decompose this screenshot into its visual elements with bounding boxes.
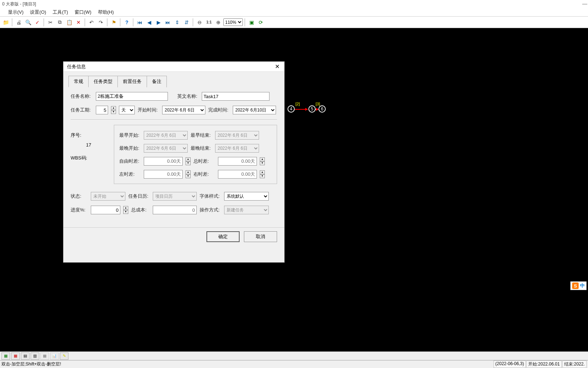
es-select[interactable]: 2022年 6月 6日 [144, 131, 188, 140]
menu-item-tools[interactable]: 工具(T) [53, 9, 68, 16]
close-icon[interactable]: ✕ [273, 63, 281, 70]
view4-icon[interactable]: ▥ [31, 352, 39, 360]
lf-select[interactable]: 2022年 6月 6日 [215, 144, 259, 153]
expand-icon[interactable]: ⇵ [182, 18, 191, 27]
status-select[interactable]: 未开始 [91, 192, 125, 201]
lbl-ef: 最早结束: [191, 132, 212, 139]
lslack-spinner[interactable]: ▲▼ [186, 170, 191, 178]
ime-indicator[interactable]: S 中 [570, 281, 587, 290]
cal-select[interactable]: 项目日历 [153, 192, 197, 201]
minimize-icon[interactable]: — [582, 1, 587, 6]
dialog-tabs: 常规 任务类型 前置任务 备注 [63, 72, 284, 87]
duration-spinner[interactable]: ▲▼ [111, 106, 116, 114]
bottom-toolbar: ▦ ▦ ▤ ▥ ▦ 📊 ✎ [0, 351, 588, 360]
tab-notes[interactable]: 备注 [147, 76, 167, 87]
lbl-op: 操作方式: [200, 207, 221, 213]
first-icon[interactable]: ⏮ [135, 18, 144, 27]
app-title: 0 大赛版 - [项目3] [2, 1, 36, 7]
ime-lang: 中 [580, 282, 585, 289]
lbl-ls: 最晚开始: [119, 145, 141, 152]
lbl-end: 完成时间: [208, 107, 230, 113]
highlight-icon[interactable]: ✎ [60, 352, 68, 360]
ff-spinner[interactable]: ▲▼ [186, 157, 191, 165]
undo-icon[interactable]: ↶ [87, 18, 96, 27]
prev-icon[interactable]: ◀ [145, 18, 153, 27]
duration-input[interactable] [96, 106, 108, 114]
open-icon[interactable]: 📁 [1, 18, 10, 27]
zoom-fit-icon[interactable]: 1:1 [205, 18, 213, 27]
lbl-ff: 自由时差: [119, 158, 141, 165]
zoom-select[interactable]: 110% [223, 18, 243, 26]
end-date-select[interactable]: 2022年 6月10日 [233, 106, 276, 114]
tf-spinner[interactable]: ▲▼ [260, 157, 265, 165]
next-icon[interactable]: ▶ [154, 18, 163, 27]
redo-icon[interactable]: ↷ [97, 18, 105, 27]
tab-type[interactable]: 任务类型 [89, 76, 118, 87]
refresh-icon[interactable]: ⟳ [257, 18, 265, 27]
help-icon[interactable]: ? [122, 18, 131, 27]
lbl-font: 字体样式: [200, 193, 221, 200]
lbl-start: 开始时间: [138, 107, 159, 113]
check-icon[interactable]: ✓ [33, 18, 42, 27]
cancel-button[interactable]: 取消 [244, 231, 277, 242]
print-icon[interactable]: 🖨 [14, 18, 23, 27]
node-4[interactable]: 4 [288, 105, 295, 113]
tab-predecessor[interactable]: 前置任务 [118, 76, 147, 87]
toolbar: 📁 🖨 🔍 ✓ ✂ ⧉ 📋 ✕ ↶ ↷ ⚑ ? ⏮ ◀ ▶ ⏭ ⇕ ⇵ ⊖ 1:… [0, 17, 588, 28]
title-bar: 0 大赛版 - [项目3] — [0, 0, 588, 8]
lbl-seq: 序号: [71, 132, 107, 139]
ff-input [144, 157, 183, 166]
screen-icon[interactable]: ▣ [247, 18, 256, 27]
cut-icon[interactable]: ✂ [46, 18, 55, 27]
ls-select[interactable]: 2022年 6月 6日 [144, 144, 188, 153]
lbl-rslack: 右时差: [193, 171, 215, 178]
copy-icon[interactable]: ⧉ [55, 18, 64, 27]
dialog-title: 任务信息 [67, 63, 86, 70]
view1-icon[interactable]: ▦ [1, 352, 10, 360]
start-date-select[interactable]: 2022年 6月 6日 [162, 106, 205, 114]
lbl-lf: 最晚结束: [191, 145, 212, 152]
task-name-input[interactable] [96, 92, 168, 101]
flag-icon[interactable]: ⚑ [110, 18, 118, 27]
preview-icon[interactable]: 🔍 [24, 18, 32, 27]
last-icon[interactable]: ⏭ [164, 18, 172, 27]
dialog-title-bar[interactable]: 任务信息 ✕ [63, 62, 284, 72]
menu-item-window[interactable]: 窗口(W) [75, 9, 92, 16]
paste-icon[interactable]: 📋 [65, 18, 74, 27]
lbl-status: 状态: [71, 193, 88, 200]
view6-icon[interactable]: 📊 [50, 352, 59, 360]
zoom-in-icon[interactable]: ⊕ [214, 18, 223, 27]
cost-input [153, 206, 197, 214]
op-select[interactable]: 新建任务 [224, 206, 269, 214]
en-name-input[interactable] [202, 92, 270, 101]
ok-button[interactable]: 确定 [206, 231, 240, 242]
zoom-out-icon[interactable]: ⊖ [195, 18, 204, 27]
lbl-progress: 进度%: [71, 207, 88, 213]
edge-label-3: [3] [316, 102, 320, 106]
status-start: 开始:2022.06.01 [526, 360, 561, 368]
node-6[interactable]: 6 [318, 105, 326, 113]
menu-item-view[interactable]: 显示(V) [8, 9, 23, 16]
dialog-footer: 确定 取消 [63, 227, 284, 246]
rslack-spinner[interactable]: ▲▼ [260, 170, 265, 178]
view3-icon[interactable]: ▤ [21, 352, 30, 360]
collapse-icon[interactable]: ⇕ [173, 18, 182, 27]
edge-4-5 [295, 109, 308, 110]
progress-spinner[interactable]: ▲▼ [123, 206, 128, 214]
tf-input [218, 157, 257, 166]
tab-general[interactable]: 常规 [68, 76, 89, 87]
lbl-lslack: 左时差: [119, 171, 141, 178]
lbl-wbs: WBS码: [71, 155, 107, 161]
duration-unit-select[interactable]: 天 [119, 106, 135, 114]
delete-icon[interactable]: ✕ [74, 18, 83, 27]
progress-input[interactable] [91, 206, 120, 214]
font-select[interactable]: 系统默认 [224, 192, 269, 201]
menu-item-settings[interactable]: 设置(O) [30, 9, 46, 16]
node-5[interactable]: 5 [308, 105, 316, 113]
ef-select[interactable]: 2022年 6月 6日 [215, 131, 259, 140]
menu-item-help[interactable]: 帮助(H) [98, 9, 114, 16]
task-info-dialog: 任务信息 ✕ 常规 任务类型 前置任务 备注 任务名称: 英文名称: 任务工期:… [63, 61, 285, 263]
view5-icon[interactable]: ▦ [40, 352, 49, 360]
view2-icon[interactable]: ▦ [11, 352, 20, 360]
seq-value: 17 [71, 142, 107, 148]
